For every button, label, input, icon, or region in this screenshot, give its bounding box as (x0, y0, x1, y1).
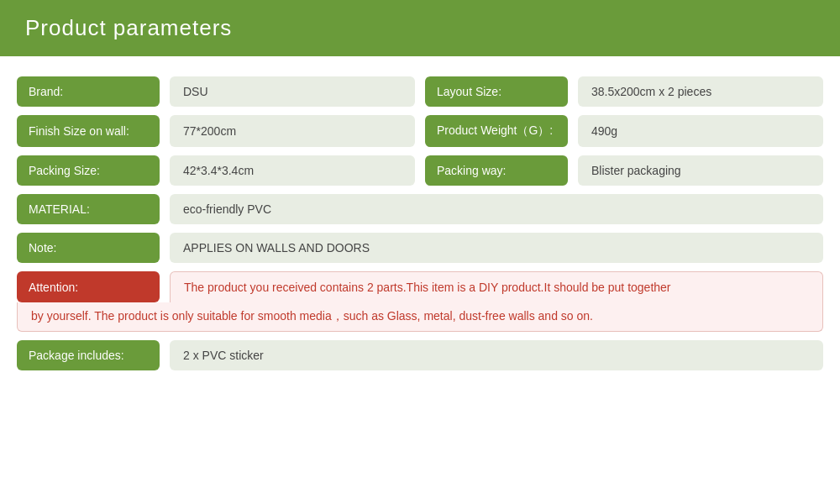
value-attention: The product you received contains 2 part… (170, 271, 823, 302)
value-material: eco-friendly PVC (170, 194, 823, 224)
row-note: Note: APPLIES ON WALLS AND DOORS (17, 233, 823, 263)
value-product-weight: 490g (578, 115, 823, 147)
value-layout-size: 38.5x200cm x 2 pieces (578, 76, 823, 107)
label-note: Note: (17, 233, 160, 263)
label-finish-size: Finish Size on wall: (17, 115, 160, 147)
row-package: Package includes: 2 x PVC sticker (17, 340, 823, 370)
content-area: Brand: DSU Layout Size: 38.5x200cm x 2 p… (0, 56, 840, 387)
label-material: MATERIAL: (17, 194, 160, 224)
page-header: Product parameters (0, 0, 840, 56)
value-packing-size: 42*3.4*3.4cm (170, 155, 415, 186)
label-packing-size: Packing Size: (17, 155, 160, 186)
row-packing-size: Packing Size: 42*3.4*3.4cm Packing way: … (17, 155, 823, 186)
attention-top: Attention: The product you received cont… (17, 271, 823, 302)
row-material: MATERIAL: eco-friendly PVC (17, 194, 823, 224)
label-package: Package includes: (17, 340, 160, 370)
label-attention: Attention: (17, 271, 160, 302)
value-packing-way: Blister packaging (578, 155, 823, 186)
attention-continuation: by yourself. The product is only suitabl… (17, 302, 823, 332)
row-attention: Attention: The product you received cont… (17, 271, 823, 332)
value-finish-size: 77*200cm (170, 115, 415, 147)
row-finish-size: Finish Size on wall: 77*200cm Product We… (17, 115, 823, 147)
label-product-weight: Product Weight（G）: (425, 115, 568, 147)
value-package: 2 x PVC sticker (170, 340, 823, 370)
page-title: Product parameters (25, 15, 232, 40)
label-brand: Brand: (17, 76, 160, 107)
row-brand: Brand: DSU Layout Size: 38.5x200cm x 2 p… (17, 76, 823, 107)
label-layout-size: Layout Size: (425, 76, 568, 107)
value-note: APPLIES ON WALLS AND DOORS (170, 233, 823, 263)
label-packing-way: Packing way: (425, 155, 568, 186)
value-brand: DSU (170, 76, 415, 107)
